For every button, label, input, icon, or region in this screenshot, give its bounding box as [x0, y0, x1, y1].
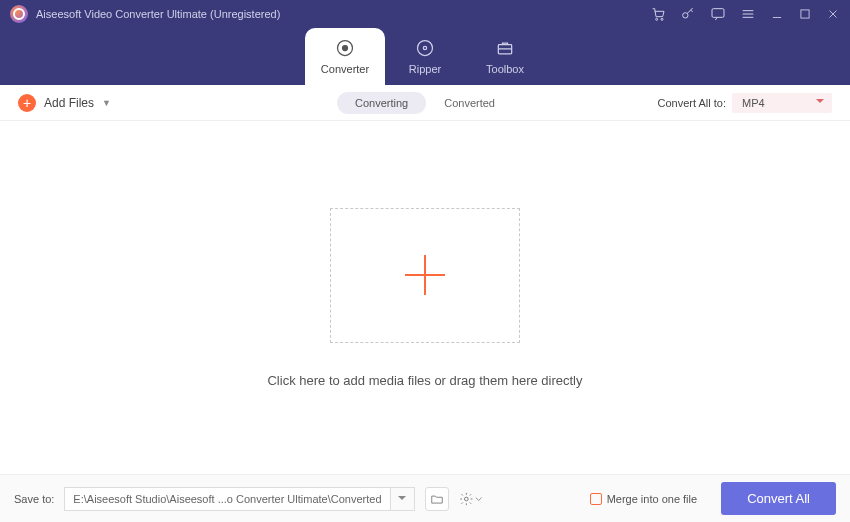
app-title: Aiseesoft Video Converter Ultimate (Unre… [36, 8, 280, 20]
app-logo [10, 5, 28, 23]
svg-point-6 [343, 46, 348, 51]
tab-label: Ripper [409, 63, 441, 75]
chevron-down-icon: ▼ [102, 98, 111, 108]
save-to-label: Save to: [14, 493, 54, 505]
tab-label: Converter [321, 63, 369, 75]
svg-point-0 [656, 18, 658, 20]
svg-rect-4 [801, 10, 809, 18]
tab-converter[interactable]: Converter [305, 28, 385, 85]
tab-toolbox[interactable]: Toolbox [465, 28, 545, 85]
chat-icon[interactable] [710, 6, 726, 22]
menu-icon[interactable] [740, 6, 756, 22]
plus-icon: + [18, 94, 36, 112]
close-icon[interactable] [826, 7, 840, 21]
svg-point-10 [464, 497, 468, 501]
settings-button[interactable] [459, 487, 483, 511]
checkbox-icon [590, 493, 602, 505]
dropzone[interactable] [330, 208, 520, 343]
minimize-icon[interactable] [770, 7, 784, 21]
merge-checkbox[interactable]: Merge into one file [590, 493, 698, 505]
dropzone-hint: Click here to add media files or drag th… [267, 373, 582, 388]
svg-point-8 [423, 46, 426, 49]
cart-icon[interactable] [650, 6, 666, 22]
key-icon[interactable] [680, 6, 696, 22]
maximize-icon[interactable] [798, 7, 812, 21]
briefcase-icon [495, 38, 515, 58]
svg-rect-3 [712, 9, 724, 18]
convert-all-to-label: Convert All to: [658, 97, 726, 109]
svg-point-2 [683, 13, 688, 18]
format-selected: MP4 [742, 97, 765, 109]
add-files-button[interactable]: + Add Files ▼ [18, 94, 111, 112]
convert-all-button[interactable]: Convert All [721, 482, 836, 515]
svg-point-7 [418, 41, 433, 56]
save-path-field[interactable]: E:\Aiseesoft Studio\Aiseesoft ...o Conve… [64, 487, 390, 511]
add-files-label: Add Files [44, 96, 94, 110]
merge-label: Merge into one file [607, 493, 698, 505]
save-path-dropdown[interactable] [391, 487, 415, 511]
disc-icon [415, 38, 435, 58]
target-icon [335, 38, 355, 58]
open-folder-button[interactable] [425, 487, 449, 511]
tab-label: Toolbox [486, 63, 524, 75]
segment-converting[interactable]: Converting [337, 92, 426, 114]
tab-ripper[interactable]: Ripper [385, 28, 465, 85]
format-select[interactable]: MP4 [732, 93, 832, 113]
add-plus-icon [405, 255, 445, 295]
segment-converted[interactable]: Converted [426, 92, 513, 114]
save-path-value: E:\Aiseesoft Studio\Aiseesoft ...o Conve… [73, 493, 381, 505]
svg-point-1 [661, 18, 663, 20]
